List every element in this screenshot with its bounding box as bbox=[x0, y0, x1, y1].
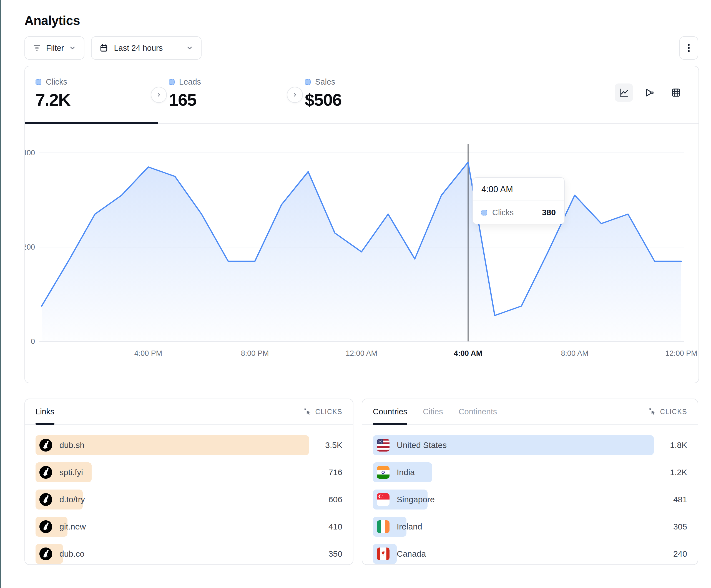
svg-text:0: 0 bbox=[31, 337, 35, 345]
country-row[interactable]: Singapore 481 bbox=[373, 490, 687, 510]
countries-panel: Countries Cities Continents CLICKS bbox=[362, 399, 698, 565]
tab-countries[interactable]: Countries bbox=[373, 399, 407, 424]
table-chart-toggle-button[interactable] bbox=[667, 84, 685, 102]
stat-label: Sales bbox=[315, 77, 336, 87]
stat-expand-button[interactable] bbox=[287, 87, 303, 103]
clicks-count: 1.2K bbox=[654, 468, 687, 477]
dub-logo-icon bbox=[39, 466, 52, 479]
svg-text:200: 200 bbox=[25, 243, 35, 251]
link-label: dub.co bbox=[59, 549, 84, 559]
stat-value: 165 bbox=[169, 90, 294, 110]
country-row[interactable]: Ireland 305 bbox=[373, 517, 687, 537]
clicks-count: 606 bbox=[309, 495, 342, 504]
stats-row: Clicks 7.2K Leads 165 Sales $506 bbox=[25, 66, 698, 124]
calendar-icon bbox=[100, 44, 108, 52]
stat-label: Clicks bbox=[46, 77, 67, 87]
dub-logo-icon bbox=[39, 439, 52, 452]
metric-label: CLICKS bbox=[315, 408, 342, 416]
clicks-count: 305 bbox=[654, 522, 687, 532]
chart-area: 02004004:00 PM8:00 PM12:00 AM4:00 AM8:00… bbox=[25, 124, 698, 364]
link-label: d.to/try bbox=[59, 495, 85, 504]
link-label: dub.sh bbox=[59, 440, 84, 450]
clicks-area-chart[interactable]: 02004004:00 PM8:00 PM12:00 AM4:00 AM8:00… bbox=[25, 139, 699, 364]
country-row[interactable]: India 1.2K bbox=[373, 462, 687, 482]
breakdown-panels: Links CLICKS dub.sh bbox=[24, 399, 698, 565]
link-row[interactable]: spti.fyi 716 bbox=[36, 462, 342, 482]
cursor-click-icon bbox=[303, 407, 312, 416]
leads-legend-swatch bbox=[169, 79, 175, 85]
tab-label: Cities bbox=[423, 407, 443, 416]
link-row[interactable]: dub.co 350 bbox=[36, 544, 342, 564]
link-label: spti.fyi bbox=[59, 468, 83, 477]
countries-panel-header: Countries Cities Continents CLICKS bbox=[362, 399, 698, 425]
line-chart-icon bbox=[619, 87, 629, 98]
toolbar: Filter Last 24 hours bbox=[24, 36, 698, 60]
stat-label: Leads bbox=[179, 77, 201, 87]
link-label: git.new bbox=[59, 522, 86, 532]
flag-singapore-icon bbox=[377, 493, 389, 506]
sales-legend-swatch bbox=[305, 79, 311, 85]
tooltip-series-label: Clicks bbox=[492, 208, 514, 217]
chevron-right-icon bbox=[292, 92, 298, 98]
table-grid-icon bbox=[671, 87, 681, 98]
flag-us-icon bbox=[377, 439, 389, 452]
clicks-count: 240 bbox=[654, 549, 687, 559]
chevron-down-icon bbox=[69, 44, 76, 51]
countries-rows: United States 1.8K India 1.2K bbox=[362, 425, 698, 574]
analytics-page: Analytics Filter Last 24 hours bbox=[0, 0, 711, 588]
filter-button[interactable]: Filter bbox=[24, 36, 84, 60]
svg-text:12:00 AM: 12:00 AM bbox=[346, 349, 377, 358]
links-panel-header: Links CLICKS bbox=[25, 399, 353, 425]
clicks-count: 1.8K bbox=[654, 440, 687, 450]
chart-tooltip: 4:00 AM Clicks 380 bbox=[473, 177, 565, 224]
metric-clicks-header: CLICKS bbox=[648, 407, 687, 416]
more-options-button[interactable] bbox=[680, 36, 698, 60]
link-row[interactable]: dub.sh 3.5K bbox=[36, 435, 342, 455]
stat-expand-button[interactable] bbox=[151, 87, 167, 103]
country-row[interactable]: Canada 240 bbox=[373, 544, 687, 564]
tab-links[interactable]: Links bbox=[36, 399, 55, 424]
analytics-card: Clicks 7.2K Leads 165 Sales $506 bbox=[24, 66, 699, 383]
svg-text:4:00 AM: 4:00 AM bbox=[454, 349, 482, 358]
svg-text:4:00 PM: 4:00 PM bbox=[134, 349, 163, 358]
chevron-down-icon bbox=[186, 44, 193, 51]
country-label: United States bbox=[397, 440, 447, 450]
chevron-right-icon bbox=[156, 92, 162, 98]
country-label: Singapore bbox=[397, 495, 435, 504]
clicks-count: 481 bbox=[654, 495, 687, 504]
dub-logo-icon bbox=[39, 547, 52, 560]
clicks-count: 716 bbox=[309, 468, 342, 477]
tab-label: Countries bbox=[373, 407, 407, 416]
tooltip-legend-swatch bbox=[481, 210, 487, 216]
tab-continents[interactable]: Continents bbox=[459, 399, 497, 424]
links-panel: Links CLICKS dub.sh bbox=[24, 399, 353, 565]
svg-text:12:00 PM: 12:00 PM bbox=[665, 349, 697, 358]
clicks-legend-swatch bbox=[36, 79, 41, 85]
link-row[interactable]: d.to/try 606 bbox=[36, 490, 342, 510]
funnel-chart-toggle-button[interactable] bbox=[641, 84, 659, 102]
tooltip-time: 4:00 AM bbox=[473, 178, 564, 201]
clicks-count: 3.5K bbox=[309, 440, 342, 450]
stat-tab-leads[interactable]: Leads 165 bbox=[158, 66, 294, 123]
filter-icon bbox=[33, 44, 41, 52]
flag-india-icon bbox=[377, 466, 389, 479]
svg-text:8:00 PM: 8:00 PM bbox=[241, 349, 269, 358]
metric-clicks-header: CLICKS bbox=[303, 407, 342, 416]
link-row[interactable]: git.new 410 bbox=[36, 517, 342, 537]
flag-ireland-icon bbox=[377, 520, 389, 533]
line-chart-toggle-button[interactable] bbox=[615, 84, 633, 102]
dub-logo-icon bbox=[39, 520, 52, 533]
country-row[interactable]: United States 1.8K bbox=[373, 435, 687, 455]
kebab-menu-icon bbox=[685, 43, 693, 53]
stat-value: 7.2K bbox=[36, 90, 158, 110]
clicks-count: 350 bbox=[309, 549, 342, 559]
date-range-button[interactable]: Last 24 hours bbox=[91, 36, 201, 60]
dub-logo-icon bbox=[39, 493, 52, 506]
links-rows: dub.sh 3.5K spti.fyi 716 bbox=[25, 425, 353, 574]
stat-tab-clicks[interactable]: Clicks 7.2K bbox=[25, 66, 158, 123]
tooltip-value: 380 bbox=[542, 208, 556, 217]
tab-cities[interactable]: Cities bbox=[423, 399, 443, 424]
country-label: Canada bbox=[397, 549, 426, 559]
page-title: Analytics bbox=[24, 13, 698, 28]
country-label: Ireland bbox=[397, 522, 422, 532]
